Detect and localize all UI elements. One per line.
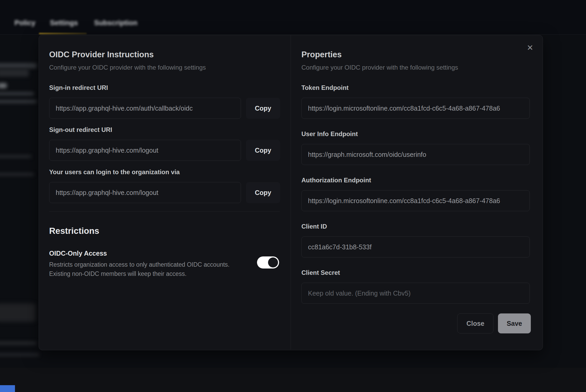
user-info-endpoint-label: User Info Endpoint — [301, 130, 358, 138]
blurred-background-button — [0, 303, 36, 322]
authorization-endpoint-input[interactable] — [301, 190, 530, 211]
top-tab-bar — [0, 0, 586, 35]
blurred-background-text — [0, 342, 37, 345]
close-icon[interactable]: ✕ — [524, 42, 536, 54]
client-secret-label: Client Secret — [301, 269, 340, 276]
description-line-1: Restricts organization access to only au… — [49, 260, 230, 269]
active-tab-underline — [39, 33, 87, 34]
copy-signout-button[interactable]: Copy — [246, 140, 280, 161]
signin-redirect-input[interactable] — [49, 98, 241, 119]
client-secret-input[interactable] — [301, 283, 530, 304]
blurred-background-text — [0, 155, 32, 158]
tab-policy[interactable]: Policy — [14, 19, 35, 27]
oidc-only-access-label: OIDC-Only Access — [49, 250, 107, 257]
blurred-background-text — [0, 173, 34, 176]
background-footer-band — [0, 368, 586, 392]
oidc-only-access-description: Restricts organization access to only au… — [49, 260, 230, 278]
blue-corner-element — [0, 385, 15, 392]
blurred-background-text — [0, 63, 37, 68]
oidc-only-toggle[interactable] — [257, 256, 279, 269]
toggle-knob — [268, 257, 278, 267]
left-column-title: OIDC Provider Instructions — [49, 50, 154, 59]
description-line-2: Existing non-OIDC members will keep thei… — [49, 269, 230, 278]
tab-settings[interactable]: Settings — [50, 19, 78, 27]
save-button[interactable]: Save — [498, 313, 531, 333]
left-column-subtitle: Configure your OIDC provider with the fo… — [49, 64, 206, 71]
blurred-background-text — [0, 69, 29, 77]
authorization-endpoint-label: Authorization Endpoint — [301, 177, 371, 184]
right-column-title: Properties — [301, 50, 342, 59]
right-column-subtitle: Configure your OIDC provider with the fo… — [301, 64, 458, 71]
blurred-background-text — [0, 83, 7, 88]
blurred-background-text — [0, 92, 34, 95]
signout-redirect-input[interactable] — [49, 140, 241, 161]
blurred-background-text — [0, 100, 37, 103]
copy-login-via-button[interactable]: Copy — [246, 182, 280, 203]
signin-redirect-label: Sign-in redirect URI — [49, 84, 108, 91]
column-divider — [291, 35, 291, 349]
blurred-background-text — [0, 353, 39, 356]
user-info-endpoint-input[interactable] — [301, 144, 530, 165]
restrictions-title: Restrictions — [49, 226, 99, 236]
client-id-input[interactable] — [301, 236, 530, 257]
login-via-label: Your users can login to the organization… — [49, 168, 180, 176]
copy-signin-button[interactable]: Copy — [246, 98, 280, 119]
token-endpoint-label: Token Endpoint — [301, 84, 349, 91]
client-id-label: Client ID — [301, 223, 327, 230]
signout-redirect-label: Sign-out redirect URI — [49, 126, 112, 133]
tab-subscription[interactable]: Subscription — [94, 19, 137, 27]
login-via-input[interactable] — [49, 182, 241, 203]
token-endpoint-input[interactable] — [301, 98, 530, 119]
close-button[interactable]: Close — [457, 313, 494, 333]
restrictions-divider — [49, 211, 280, 212]
